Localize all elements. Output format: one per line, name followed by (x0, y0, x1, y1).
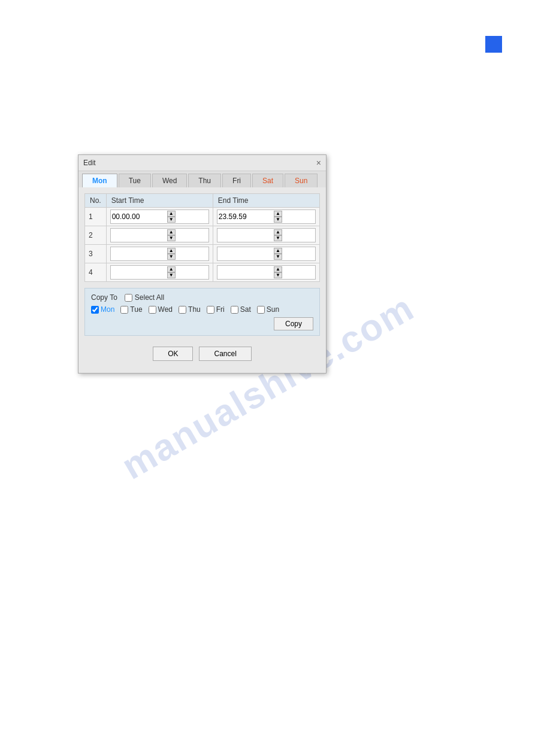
end-time-down-1[interactable]: ▼ (274, 217, 282, 223)
close-button[interactable]: × (316, 159, 321, 167)
start-time-spin-2: ▲ ▼ (167, 229, 176, 241)
end-time-input-wrap-4: ▲ ▼ (217, 265, 316, 280)
table-row: 4 ▲ ▼ (85, 263, 320, 282)
select-all-checkbox[interactable] (125, 294, 132, 302)
day-label-sun: Sun (267, 305, 279, 314)
tab-mon[interactable]: Mon (82, 174, 117, 187)
end-time-spin-3: ▲ ▼ (274, 248, 282, 260)
time-table: No. Start Time End Time 1 ▲ ▼ (84, 193, 320, 282)
day-label-tue: Tue (130, 305, 142, 314)
end-time-input-4[interactable] (219, 268, 273, 277)
dialog-title: Edit (83, 159, 96, 167)
dialog-footer: OK Cancel (84, 342, 320, 367)
start-time-input-3[interactable] (112, 250, 166, 258)
end-time-input-wrap-3: ▲ ▼ (217, 247, 316, 261)
day-check-fri: Fri (207, 305, 225, 314)
tab-tue[interactable]: Tue (119, 174, 151, 187)
copy-button[interactable]: Copy (274, 317, 313, 330)
day-check-thu: Thu (179, 305, 201, 314)
row-no-4: 4 (85, 263, 107, 282)
end-time-input-2[interactable] (219, 231, 273, 239)
copy-to-header: Copy To Select All (91, 293, 313, 302)
copy-to-label: Copy To (91, 293, 117, 302)
start-time-input-wrap-1: ▲ ▼ (110, 210, 209, 224)
cancel-button[interactable]: Cancel (199, 347, 251, 361)
checkbox-sun[interactable] (257, 306, 265, 314)
start-time-up-2[interactable]: ▲ (167, 229, 176, 235)
end-time-spin-2: ▲ ▼ (274, 229, 282, 241)
table-row: 1 ▲ ▼ (85, 208, 320, 226)
day-label-sat: Sat (240, 305, 251, 314)
col-header-start: Start Time (106, 194, 213, 208)
start-time-input-wrap-4: ▲ ▼ (110, 265, 209, 280)
checkbox-tue[interactable] (120, 306, 128, 314)
end-time-up-2[interactable]: ▲ (274, 229, 282, 235)
row-no-3: 3 (85, 245, 107, 263)
select-all-label: Select All (135, 293, 164, 302)
start-time-input-2[interactable] (112, 231, 166, 239)
start-time-down-3[interactable]: ▼ (167, 254, 176, 260)
days-row: Mon Tue Wed Thu Fri (91, 305, 313, 314)
start-time-down-2[interactable]: ▼ (167, 235, 176, 241)
end-time-cell-2: ▲ ▼ (213, 226, 319, 245)
tabs-row: Mon Tue Wed Thu Fri Sat Sun (78, 171, 326, 187)
start-time-cell-4: ▲ ▼ (106, 263, 213, 282)
checkbox-sat[interactable] (231, 306, 238, 314)
start-time-cell-2: ▲ ▼ (106, 226, 213, 245)
tab-wed[interactable]: Wed (152, 174, 187, 187)
start-time-up-4[interactable]: ▲ (167, 266, 176, 272)
checkbox-wed[interactable] (149, 306, 156, 314)
end-time-cell-3: ▲ ▼ (213, 245, 319, 263)
start-time-input-wrap-3: ▲ ▼ (110, 247, 209, 261)
checkbox-mon[interactable] (91, 306, 99, 314)
tab-sat[interactable]: Sat (252, 174, 283, 187)
copy-btn-row: Copy (91, 317, 313, 330)
start-time-up-1[interactable]: ▲ (167, 211, 176, 217)
edit-dialog: Edit × Mon Tue Wed Thu Fri Sat Sun No. S… (78, 154, 327, 374)
day-label-fri: Fri (216, 305, 225, 314)
table-row: 3 ▲ ▼ (85, 245, 320, 263)
row-no-1: 1 (85, 208, 107, 226)
end-time-cell-4: ▲ ▼ (213, 263, 319, 282)
start-time-input-1[interactable] (112, 212, 166, 221)
tab-thu[interactable]: Thu (188, 174, 221, 187)
end-time-up-1[interactable]: ▲ (274, 211, 282, 217)
day-label-mon: Mon (101, 305, 114, 314)
end-time-down-4[interactable]: ▼ (274, 272, 282, 278)
end-time-up-4[interactable]: ▲ (274, 266, 282, 272)
end-time-input-1[interactable] (219, 212, 273, 221)
col-header-end: End Time (213, 194, 319, 208)
ok-button[interactable]: OK (153, 347, 193, 361)
end-time-cell-1: ▲ ▼ (213, 208, 319, 226)
tab-fri[interactable]: Fri (222, 174, 251, 187)
end-time-spin-1: ▲ ▼ (274, 211, 282, 223)
copy-to-section: Copy To Select All Mon Tue Wed (84, 288, 320, 336)
start-time-down-1[interactable]: ▼ (167, 217, 176, 223)
end-time-input-3[interactable] (219, 250, 273, 258)
checkbox-fri[interactable] (207, 306, 214, 314)
row-no-2: 2 (85, 226, 107, 245)
end-time-down-3[interactable]: ▼ (274, 254, 282, 260)
day-label-wed: Wed (158, 305, 173, 314)
end-time-down-2[interactable]: ▼ (274, 235, 282, 241)
start-time-spin-4: ▲ ▼ (167, 266, 176, 278)
start-time-up-3[interactable]: ▲ (167, 248, 176, 254)
start-time-cell-1: ▲ ▼ (106, 208, 213, 226)
end-time-input-wrap-1: ▲ ▼ (217, 210, 316, 224)
day-label-thu: Thu (188, 305, 201, 314)
day-check-sun: Sun (257, 305, 279, 314)
start-time-spin-3: ▲ ▼ (167, 248, 176, 260)
tab-sun[interactable]: Sun (285, 174, 318, 187)
day-check-mon: Mon (91, 305, 114, 314)
start-time-input-wrap-2: ▲ ▼ (110, 228, 209, 242)
end-time-up-3[interactable]: ▲ (274, 248, 282, 254)
checkbox-thu[interactable] (179, 306, 186, 314)
end-time-input-wrap-2: ▲ ▼ (217, 228, 316, 242)
start-time-down-4[interactable]: ▼ (167, 272, 176, 278)
end-time-spin-4: ▲ ▼ (274, 266, 282, 278)
start-time-spin-1: ▲ ▼ (167, 211, 176, 223)
start-time-input-4[interactable] (112, 268, 166, 277)
blue-square-decoration (485, 36, 502, 53)
col-header-no: No. (85, 194, 107, 208)
day-check-sat: Sat (231, 305, 251, 314)
